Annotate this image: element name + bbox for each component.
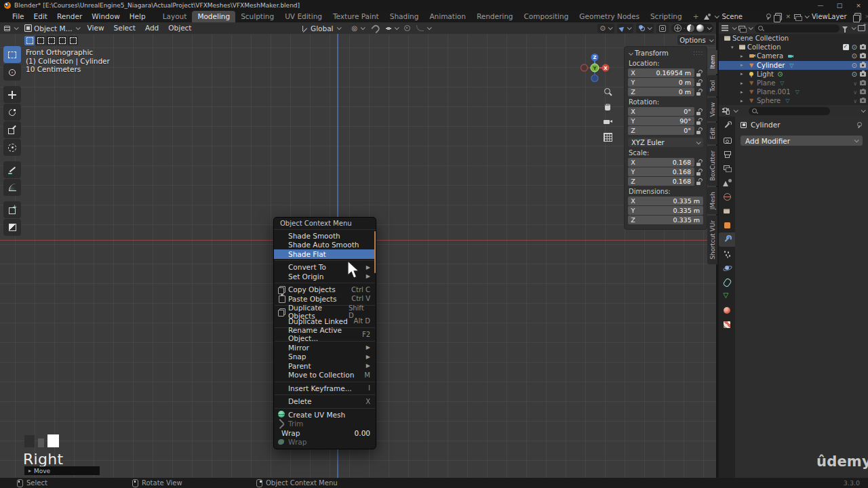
context-menu-item[interactable]: Shade Smooth [274, 231, 376, 241]
properties-tab[interactable] [719, 247, 735, 261]
remove-viewlayer-icon[interactable]: × [865, 14, 868, 20]
context-menu-item[interactable]: Shade Flat [274, 249, 376, 259]
falloff-dropdown[interactable] [415, 22, 432, 34]
rendered-shading-icon[interactable] [696, 24, 704, 32]
hide-eye-icon[interactable] [852, 70, 857, 78]
maximize-button[interactable]: □ [830, 0, 849, 11]
hidden-eye-icon[interactable] [853, 79, 857, 87]
workspace-tab[interactable]: Compositing [519, 11, 574, 22]
properties-tab[interactable] [719, 204, 735, 218]
new-scene-icon[interactable] [775, 13, 782, 20]
context-menu-item[interactable]: Duplicate Linked Alt D [274, 317, 376, 326]
properties-tab[interactable] [719, 161, 735, 176]
properties-tab[interactable] [719, 304, 735, 318]
workspace-tab[interactable]: Sculpting [235, 11, 279, 22]
workspace-tab[interactable]: Animation [424, 11, 471, 22]
sidebar-tab[interactable]: View [707, 98, 717, 121]
properties-tab[interactable] [719, 232, 735, 247]
context-menu-item[interactable]: Insert Keyframe... I [274, 384, 376, 393]
chevron-down-icon[interactable] [749, 25, 753, 30]
transform-panel-header[interactable]: Transform :::: [628, 49, 703, 58]
render-visibility-icon[interactable] [860, 81, 866, 85]
properties-editor-icon[interactable] [722, 108, 729, 114]
new-collection-icon[interactable] [858, 25, 865, 31]
display-mode-icon[interactable] [722, 25, 728, 31]
tool-button[interactable] [3, 179, 21, 196]
chevron-down-icon[interactable] [734, 108, 738, 113]
context-menu-item[interactable]: Trim [274, 420, 376, 429]
scale-field[interactable]: X0.168 [628, 158, 694, 167]
zoom-button[interactable] [601, 85, 614, 98]
hide-eye-icon[interactable] [852, 52, 857, 60]
pin-icon[interactable] [856, 122, 863, 128]
outliner-row[interactable]: ▸ Plane [719, 79, 868, 87]
drag-handle-icon[interactable]: :::: [693, 50, 703, 56]
workspace-tab[interactable]: Shading [384, 11, 425, 22]
scale-field[interactable]: Y0.168 [628, 167, 694, 176]
properties-tab[interactable] [719, 261, 735, 275]
tool-button[interactable] [3, 161, 21, 178]
expand-icon[interactable]: ▸ [741, 98, 747, 104]
properties-tab[interactable] [719, 275, 735, 289]
lock-icon[interactable] [694, 70, 703, 77]
chevron-down-icon[interactable] [861, 108, 866, 113]
workspace-tab[interactable]: Modeling [192, 11, 235, 22]
gizmos-dropdown[interactable] [617, 24, 633, 33]
outliner-row[interactable]: ▸ Plane.001 [719, 87, 868, 96]
menu-item[interactable]: Help [125, 12, 151, 20]
workspace-tab[interactable]: UV Editing [279, 11, 328, 22]
tool-button[interactable] [3, 104, 21, 121]
collection-checkbox[interactable] [843, 44, 849, 50]
lock-icon[interactable] [694, 89, 703, 96]
context-menu-item[interactable]: Move to Collection M [274, 371, 376, 380]
material-shading-icon[interactable] [687, 24, 694, 32]
outliner-row[interactable]: ▸ Cylinder [719, 61, 868, 70]
outliner-row[interactable]: ▾ Collection [719, 43, 868, 52]
location-field[interactable]: Y0 m [628, 78, 694, 87]
xray-toggle[interactable] [656, 24, 669, 33]
menu-item[interactable]: Render [52, 12, 87, 20]
select-mode-button[interactable] [57, 36, 67, 45]
menu-item[interactable]: File [7, 12, 29, 20]
viewport-menu-item[interactable]: Object [163, 22, 196, 34]
context-menu-item[interactable]: Mirror ▶ [274, 343, 376, 352]
render-visibility-icon[interactable] [860, 45, 866, 49]
rotation-field[interactable]: Z0° [628, 126, 694, 135]
proportional-editing-icon[interactable] [404, 25, 410, 31]
lock-icon[interactable] [694, 108, 703, 115]
rotation-field[interactable]: X0° [628, 107, 694, 116]
properties-tab[interactable] [719, 289, 735, 304]
lock-icon[interactable] [694, 159, 703, 166]
context-menu-item[interactable]: Snap ▶ [274, 352, 376, 362]
unlink-scene-icon[interactable]: × [785, 14, 791, 20]
hide-eye-icon[interactable] [852, 62, 857, 69]
wireframe-shading-icon[interactable] [674, 24, 682, 32]
render-visibility-icon[interactable] [860, 63, 866, 68]
options-button[interactable]: Options [677, 35, 715, 45]
render-visibility-icon[interactable] [860, 89, 866, 94]
close-button[interactable]: × [849, 0, 868, 11]
render-visibility-icon[interactable] [860, 54, 866, 58]
properties-tab[interactable] [719, 190, 735, 204]
properties-search-input[interactable] [749, 107, 830, 115]
hidden-eye-icon[interactable] [853, 97, 857, 104]
visibility-dropdown[interactable]: ⊙ [597, 24, 614, 33]
editor-type-button[interactable] [0, 22, 21, 34]
context-menu-item[interactable]: Parent ▶ [274, 361, 376, 371]
new-viewlayer-icon[interactable] [854, 13, 861, 20]
properties-tab[interactable] [719, 176, 735, 190]
tool-button[interactable] [3, 121, 21, 138]
chevron-down-icon[interactable] [732, 25, 737, 30]
viewlayer-selector[interactable]: ViewLayer [812, 13, 851, 20]
sidebar-tab[interactable]: Item [707, 50, 717, 74]
dimension-field[interactable]: Y0.335 m [628, 206, 703, 215]
hide-eye-icon[interactable] [852, 43, 857, 51]
outliner-scope-icon[interactable] [738, 25, 745, 31]
filter-icon[interactable] [842, 26, 848, 30]
properties-tab[interactable] [719, 318, 735, 332]
select-mode-button[interactable] [68, 36, 78, 45]
snap-toggle-icon[interactable] [371, 23, 381, 33]
workspace-tab[interactable]: + [688, 11, 705, 22]
select-mode-button[interactable] [46, 36, 56, 45]
lock-icon[interactable] [694, 178, 703, 185]
